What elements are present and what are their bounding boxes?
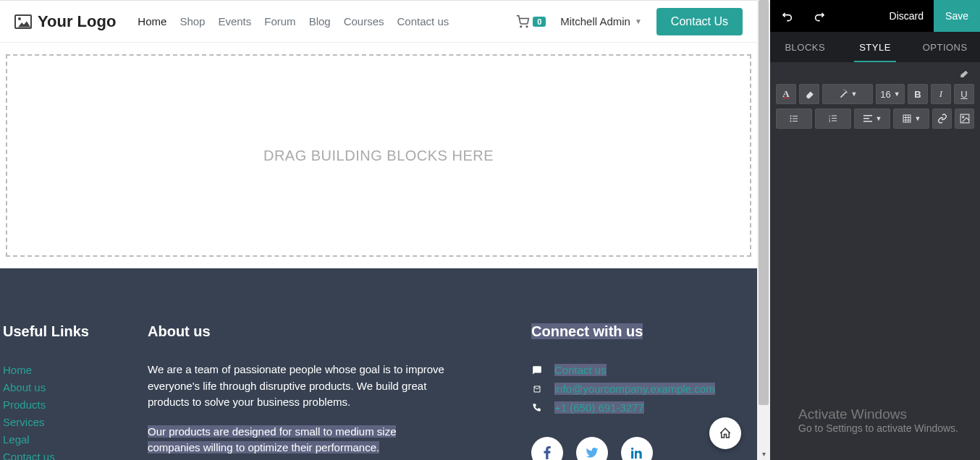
website-preview: Your Logo Home Shop Events Forum Blog Co…: [0, 0, 757, 460]
footer-link-legal[interactable]: Legal: [3, 431, 119, 448]
svg-rect-8: [793, 119, 798, 119]
underline-button[interactable]: U: [954, 84, 974, 104]
tab-options[interactable]: OPTIONS: [910, 32, 980, 62]
linkedin-button[interactable]: [621, 437, 653, 460]
phone-icon: [531, 403, 544, 413]
nav-links: Home Shop Events Forum Blog Courses Cont…: [138, 15, 449, 27]
contact-row-email: info@yourcompany.example.com: [531, 380, 748, 398]
editor-body: A ▼ 16▼ B I U 123 ▼ ▼: [770, 62, 980, 460]
footer-email-link[interactable]: info@yourcompany.example.com: [554, 380, 715, 398]
text-color-button[interactable]: A: [776, 84, 796, 104]
footer-phone-link[interactable]: +1 (650) 691-3277: [554, 399, 644, 417]
footer-link-services[interactable]: Services: [3, 414, 119, 431]
align-dropdown[interactable]: ▼: [854, 108, 890, 129]
svg-point-26: [962, 116, 963, 118]
wand-icon: [838, 89, 848, 99]
svg-rect-19: [863, 121, 872, 122]
svg-rect-12: [832, 116, 837, 116]
link-icon: [937, 114, 947, 124]
undo-icon: [782, 10, 793, 22]
link-button[interactable]: [932, 108, 952, 129]
editor-topbar: Discard Save: [770, 0, 980, 32]
facebook-icon: [544, 446, 551, 459]
editor-panel: Discard Save BLOCKS STYLE OPTIONS A ▼ 16…: [770, 0, 980, 460]
nav-contact[interactable]: Contact us: [397, 15, 449, 27]
font-size-dropdown[interactable]: 16▼: [876, 84, 905, 104]
cart-button[interactable]: 0: [515, 15, 546, 28]
svg-rect-17: [863, 115, 872, 116]
cart-count-badge: 0: [533, 17, 546, 27]
svg-text:3: 3: [829, 119, 831, 123]
italic-button[interactable]: I: [931, 84, 951, 104]
useful-links-title: Useful Links: [3, 323, 119, 340]
about-p2-selected[interactable]: Our products are designed for small to m…: [148, 425, 396, 454]
ordered-list-button[interactable]: 123: [815, 108, 851, 129]
bg-color-button[interactable]: [799, 84, 819, 104]
preview-scrollbar[interactable]: ▾: [757, 0, 770, 460]
nav-courses[interactable]: Courses: [344, 15, 384, 27]
image-insert-icon: [960, 114, 970, 124]
user-name: Mitchell Admin: [560, 15, 630, 27]
nav-right: 0 Mitchell Admin ▼ Contact Us: [515, 8, 743, 35]
bold-button[interactable]: B: [908, 84, 928, 104]
footer-link-products[interactable]: Products: [3, 396, 119, 414]
chevron-down-icon: ▼: [635, 17, 642, 25]
table-dropdown[interactable]: ▼: [893, 108, 929, 129]
footer-link-home[interactable]: Home: [3, 362, 119, 379]
scrollbar-down-button[interactable]: ▾: [757, 447, 770, 460]
underline-icon: U: [960, 89, 967, 100]
italic-icon: I: [939, 88, 942, 100]
unordered-list-button[interactable]: [776, 108, 812, 129]
page-footer: Useful Links Home About us Products Serv…: [0, 268, 757, 460]
svg-point-3: [846, 92, 847, 93]
logo-text: Your Logo: [38, 12, 116, 31]
scroll-top-button[interactable]: [709, 417, 741, 449]
about-title: About us: [148, 323, 452, 340]
redo-icon: [814, 10, 825, 22]
site-logo[interactable]: Your Logo: [14, 12, 116, 31]
top-navbar: Your Logo Home Shop Events Forum Blog Co…: [0, 1, 757, 43]
about-paragraph-2: Our products are designed for small to m…: [148, 424, 452, 456]
save-button[interactable]: Save: [934, 0, 980, 32]
about-paragraph-1: We are a team of passionate people whose…: [148, 362, 452, 411]
contact-row-phone: +1 (650) 691-3277: [531, 399, 748, 417]
svg-point-9: [790, 121, 792, 122]
nav-events[interactable]: Events: [218, 15, 251, 27]
text-toolbar-row-1: A ▼ 16▼ B I U: [776, 84, 974, 104]
redo-button[interactable]: [808, 4, 831, 27]
nav-home[interactable]: Home: [138, 15, 166, 27]
discard-button[interactable]: Discard: [879, 10, 934, 22]
font-size-value: 16: [880, 89, 890, 100]
clear-format-button[interactable]: [958, 69, 970, 80]
nav-forum[interactable]: Forum: [264, 15, 295, 27]
twitter-button[interactable]: [576, 437, 608, 460]
tab-blocks[interactable]: BLOCKS: [770, 32, 840, 62]
animation-dropdown[interactable]: ▼: [822, 84, 873, 104]
building-blocks-dropzone[interactable]: DRAG BUILDING BLOCKS HERE: [6, 54, 751, 257]
svg-rect-18: [863, 118, 869, 119]
paint-icon: [804, 89, 814, 99]
svg-rect-14: [832, 118, 837, 119]
bold-icon: B: [914, 89, 921, 100]
user-menu[interactable]: Mitchell Admin ▼: [560, 15, 642, 27]
undo-button[interactable]: [776, 4, 799, 27]
cart-icon: [515, 15, 530, 28]
footer-link-about[interactable]: About us: [3, 379, 119, 396]
nav-blog[interactable]: Blog: [309, 15, 331, 27]
connect-title: Connect with us: [531, 323, 748, 340]
image-button[interactable]: [955, 108, 974, 129]
facebook-button[interactable]: [531, 437, 563, 460]
contact-us-button[interactable]: Contact Us: [656, 8, 743, 35]
scrollbar-thumb[interactable]: [759, 0, 769, 405]
text-toolbar-row-2: 123 ▼ ▼: [776, 108, 974, 129]
nav-shop[interactable]: Shop: [179, 15, 205, 27]
footer-link-contact[interactable]: Contact us: [3, 448, 119, 460]
chat-icon: [531, 365, 544, 375]
text-color-icon: A: [782, 88, 789, 100]
connect-title-selected[interactable]: Connect with us: [531, 323, 643, 339]
footer-contact-link[interactable]: Contact us: [554, 362, 607, 379]
footer-useful-links: Useful Links Home About us Products Serv…: [3, 323, 119, 460]
linkedin-icon: [631, 447, 643, 459]
tab-style[interactable]: STYLE: [840, 32, 911, 62]
envelope-icon: [531, 385, 544, 393]
